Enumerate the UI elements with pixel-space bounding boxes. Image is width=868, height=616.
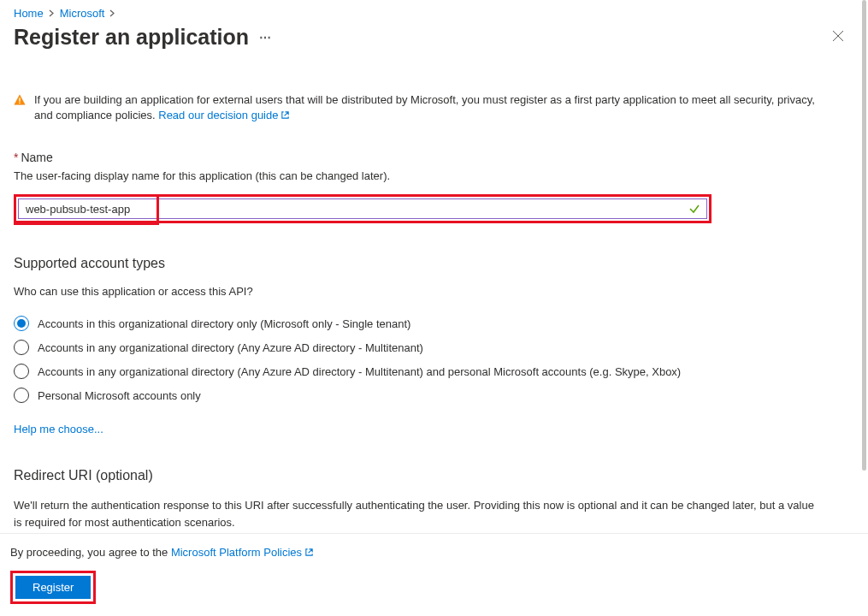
help-choose-row: Help me choose... xyxy=(14,423,854,435)
close-icon xyxy=(832,30,844,42)
external-link-icon xyxy=(304,548,314,557)
breadcrumb-microsoft[interactable]: Microsoft xyxy=(60,7,105,20)
account-types-subtext: Who can use this application or access t… xyxy=(14,285,854,298)
page-title-text: Register an application xyxy=(14,25,249,50)
radio-label: Accounts in any organizational directory… xyxy=(38,341,423,354)
radio-icon xyxy=(14,316,29,331)
checkmark-icon xyxy=(688,203,700,215)
account-types-section: Supported account types Who can use this… xyxy=(14,256,854,435)
name-help-text: The user-facing display name for this ap… xyxy=(14,169,854,182)
chevron-right-icon xyxy=(49,9,55,17)
name-section: *Name The user-facing display name for t… xyxy=(14,151,854,223)
name-input-highlight xyxy=(14,194,712,223)
chevron-right-icon xyxy=(109,9,115,17)
radio-label: Accounts in this organizational director… xyxy=(38,317,410,330)
warning-icon xyxy=(14,94,26,106)
help-me-choose-link[interactable]: Help me choose... xyxy=(14,423,103,435)
account-types-heading: Supported account types xyxy=(14,256,854,271)
decision-guide-link[interactable]: Read our decision guide xyxy=(158,109,290,121)
account-type-option-personal-only[interactable]: Personal Microsoft accounts only xyxy=(14,383,854,407)
account-types-radio-group: Accounts in this organizational director… xyxy=(14,311,854,407)
breadcrumb: Home Microsoft xyxy=(14,7,854,20)
redirect-uri-section: Redirect URI (optional) We'll return the… xyxy=(14,468,854,530)
account-type-option-multitenant-personal[interactable]: Accounts in any organizational directory… xyxy=(14,359,854,383)
header-row: Register an application ⋯ xyxy=(14,25,854,50)
breadcrumb-home[interactable]: Home xyxy=(14,7,44,20)
radio-label: Accounts in any organizational directory… xyxy=(38,365,681,378)
warning-message: If you are building an application for e… xyxy=(34,93,815,121)
scrollbar-thumb[interactable] xyxy=(862,0,866,471)
radio-icon xyxy=(14,340,29,355)
radio-label: Personal Microsoft accounts only xyxy=(38,389,201,402)
page-title: Register an application ⋯ xyxy=(14,25,273,50)
external-link-icon xyxy=(280,110,290,120)
warning-text: If you are building an application for e… xyxy=(34,92,820,123)
redirect-uri-description: We'll return the authentication response… xyxy=(14,497,854,530)
radio-icon xyxy=(14,364,29,379)
name-label: *Name xyxy=(14,151,854,164)
platform-policies-link[interactable]: Microsoft Platform Policies xyxy=(171,546,314,559)
svg-rect-1 xyxy=(19,103,20,104)
register-button[interactable]: Register xyxy=(15,576,91,599)
redirect-uri-heading: Redirect URI (optional) xyxy=(14,468,854,483)
name-input[interactable] xyxy=(18,198,707,219)
radio-icon xyxy=(14,388,29,403)
policy-prefix: By proceeding, you agree to the xyxy=(10,546,171,559)
svg-rect-0 xyxy=(19,98,20,101)
more-actions-button[interactable]: ⋯ xyxy=(259,31,273,44)
required-indicator: * xyxy=(14,151,18,164)
register-button-highlight: Register xyxy=(10,571,96,604)
warning-banner: If you are building an application for e… xyxy=(14,92,854,123)
close-button[interactable] xyxy=(825,27,851,49)
footer: By proceeding, you agree to the Microsof… xyxy=(0,533,868,616)
account-type-option-multitenant[interactable]: Accounts in any organizational directory… xyxy=(14,335,854,359)
account-type-option-single-tenant[interactable]: Accounts in this organizational director… xyxy=(14,311,854,335)
policy-text: By proceeding, you agree to the Microsof… xyxy=(10,546,854,559)
